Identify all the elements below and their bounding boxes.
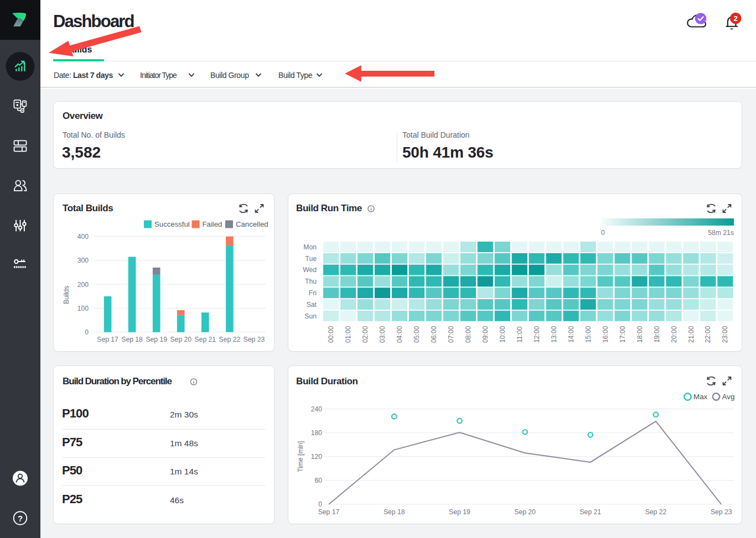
svg-text:Sep 22: Sep 22	[219, 336, 241, 343]
svg-text:02:00: 02:00	[361, 326, 369, 343]
svg-text:2: 2	[734, 14, 738, 22]
svg-text:400: 400	[77, 233, 89, 241]
svg-text:03:00: 03:00	[379, 326, 386, 343]
svg-text:01:00: 01:00	[344, 326, 352, 343]
svg-text:00:00: 00:00	[327, 326, 335, 343]
svg-text:Sat: Sat	[307, 301, 317, 309]
svg-text:0: 0	[318, 500, 322, 508]
svg-text:Sep 19: Sep 19	[146, 336, 167, 343]
svg-text:0: 0	[85, 328, 89, 336]
svg-text:22:00: 22:00	[704, 326, 712, 343]
svg-text:09:00: 09:00	[481, 326, 489, 343]
svg-text:12:00: 12:00	[533, 326, 541, 343]
svg-text:Sun: Sun	[304, 312, 317, 320]
svg-text:06:00: 06:00	[430, 326, 438, 343]
svg-text:10:00: 10:00	[499, 326, 506, 343]
svg-text:0: 0	[601, 229, 605, 237]
svg-text:11:00: 11:00	[516, 326, 524, 343]
svg-text:Avg: Avg	[722, 393, 735, 401]
svg-text:Sep 21: Sep 21	[579, 508, 601, 516]
svg-text:180: 180	[311, 429, 323, 437]
svg-text:300: 300	[77, 257, 89, 264]
svg-text:05:00: 05:00	[413, 326, 421, 343]
svg-text:Thu: Thu	[305, 278, 317, 285]
svg-text:19:00: 19:00	[653, 326, 661, 343]
svg-text:Sep 21: Sep 21	[194, 336, 216, 343]
svg-text:240: 240	[311, 405, 323, 413]
svg-text:Sep 17: Sep 17	[318, 508, 340, 516]
svg-text:Sep 19: Sep 19	[449, 508, 470, 516]
svg-text:100: 100	[77, 305, 89, 312]
svg-text:17:00: 17:00	[619, 326, 626, 343]
svg-text:04:00: 04:00	[396, 326, 403, 343]
svg-text:08:00: 08:00	[464, 326, 472, 343]
svg-text:120: 120	[311, 453, 323, 461]
svg-text:Failed: Failed	[203, 220, 222, 228]
svg-text:Tue: Tue	[305, 255, 317, 263]
svg-text:07:00: 07:00	[447, 326, 455, 343]
svg-text:Builds: Builds	[63, 286, 70, 304]
svg-text:Sep 23: Sep 23	[244, 336, 265, 343]
svg-text:?: ?	[18, 514, 23, 523]
svg-text:58m 21s: 58m 21s	[708, 229, 734, 237]
svg-text:Sep 18: Sep 18	[121, 336, 143, 343]
svg-text:Successful: Successful	[154, 220, 190, 228]
svg-text:20:00: 20:00	[670, 326, 678, 343]
svg-text:16:00: 16:00	[602, 326, 609, 343]
svg-text:60: 60	[314, 477, 322, 484]
svg-text:Sep 20: Sep 20	[514, 508, 536, 516]
svg-text:Fri: Fri	[309, 289, 317, 297]
svg-text:Sep 18: Sep 18	[384, 508, 405, 516]
svg-text:15:00: 15:00	[584, 326, 592, 343]
svg-text:23:00: 23:00	[721, 326, 729, 343]
svg-text:Mon: Mon	[303, 243, 317, 251]
svg-text:21:00: 21:00	[687, 326, 695, 343]
svg-text:18:00: 18:00	[636, 326, 644, 343]
svg-text:14:00: 14:00	[567, 326, 575, 343]
svg-text:13:00: 13:00	[550, 326, 558, 343]
svg-text:Sep 22: Sep 22	[645, 508, 667, 516]
svg-text:Sep 20: Sep 20	[170, 336, 191, 343]
svg-text:Max: Max	[693, 393, 708, 401]
svg-text:Cancelled: Cancelled	[236, 220, 268, 228]
svg-text:Sep 17: Sep 17	[97, 336, 118, 343]
svg-text:200: 200	[77, 281, 89, 289]
svg-text:Sep 23: Sep 23	[711, 508, 732, 516]
svg-text:Time [min]: Time [min]	[297, 441, 304, 472]
svg-text:Wed: Wed	[303, 266, 317, 274]
